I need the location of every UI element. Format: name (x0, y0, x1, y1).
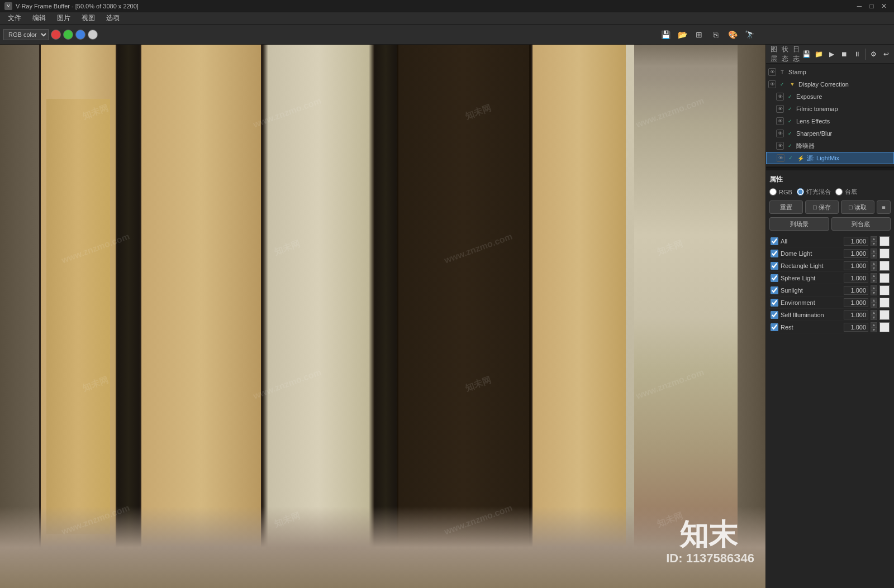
vis-icon-denoise[interactable]: 👁 (776, 142, 784, 150)
check-lm[interactable]: ✓ (787, 154, 795, 162)
light-up-sun[interactable]: ▲ (871, 285, 877, 290)
light-check-env[interactable] (771, 299, 778, 307)
panel-stop-btn[interactable]: ⏹ (839, 47, 850, 61)
light-color-rect[interactable] (879, 261, 890, 271)
load-render-button[interactable]: 📂 (675, 27, 689, 42)
region-render-button[interactable]: ⊞ (692, 27, 706, 42)
maximize-button[interactable]: □ (866, 2, 877, 11)
color-white[interactable] (88, 30, 98, 40)
panel-settings-btn[interactable]: ⚙ (868, 47, 879, 61)
panel-render-btn[interactable]: ▶ (826, 47, 838, 61)
layer-denoise[interactable]: 👁 ✓ 降噪器 (766, 140, 894, 152)
color-red[interactable] (51, 30, 61, 40)
vis-icon-lm[interactable]: 👁 (777, 154, 784, 162)
layer-lens[interactable]: 👁 ✓ Lens Effects (766, 115, 894, 127)
color-blue[interactable] (75, 30, 85, 40)
check-filmic[interactable]: ✓ (786, 105, 794, 113)
tab-layers[interactable]: 图层 (771, 45, 777, 64)
vis-icon-sharp[interactable]: 👁 (776, 130, 784, 137)
radio-studio[interactable]: 台底 (835, 188, 857, 196)
light-color-sun[interactable] (879, 285, 890, 295)
light-value-rest[interactable] (844, 323, 868, 332)
light-check-dome[interactable] (771, 250, 778, 257)
panel-load-btn[interactable]: 📁 (814, 47, 825, 61)
light-check-sphere[interactable] (771, 274, 778, 282)
radio-rgb[interactable]: RGB (769, 188, 792, 195)
light-check-self[interactable] (771, 311, 778, 319)
light-value-sun[interactable] (844, 286, 868, 295)
light-check-rest[interactable] (771, 323, 778, 331)
color-green[interactable] (63, 30, 73, 40)
close-button[interactable]: ✕ (878, 2, 890, 11)
layer-sharpen[interactable]: 👁 ✓ Sharpen/Blur (766, 127, 894, 140)
menu-image[interactable]: 图片 (51, 12, 76, 24)
light-value-all[interactable] (844, 237, 868, 246)
light-color-rest[interactable] (879, 322, 890, 332)
light-value-sphere[interactable] (844, 274, 868, 283)
more-button[interactable]: ≡ (877, 200, 891, 214)
light-down-all[interactable]: ▼ (871, 241, 877, 246)
light-check-sun[interactable] (771, 286, 778, 294)
light-value-dome[interactable] (844, 249, 868, 258)
light-down-rect[interactable]: ▼ (871, 266, 877, 271)
light-down-env[interactable]: ▼ (871, 303, 877, 308)
minimize-button[interactable]: ─ (854, 2, 865, 11)
light-up-all[interactable]: ▲ (871, 236, 877, 241)
light-value-self[interactable] (844, 310, 868, 319)
vis-icon-dc[interactable]: 👁 (768, 80, 776, 88)
reset-button[interactable]: 重置 (769, 200, 803, 214)
check-exp[interactable]: ✓ (786, 93, 794, 101)
tab-log[interactable]: 日志 (793, 45, 800, 64)
vis-icon-filmic[interactable]: 👁 (776, 105, 784, 113)
save-render-button[interactable]: 💾 (658, 27, 673, 42)
layer-stamp[interactable]: 👁 T Stamp (766, 66, 894, 78)
light-up-sphere[interactable]: ▲ (871, 273, 877, 278)
light-color-self[interactable] (879, 310, 890, 320)
to-studio-button[interactable]: 到台底 (831, 217, 891, 231)
panel-save-btn[interactable]: 💾 (801, 47, 812, 61)
light-value-rect[interactable] (844, 261, 868, 270)
panel-undo-btn[interactable]: ↩ (880, 47, 892, 61)
light-value-env[interactable] (844, 298, 868, 307)
lens-button[interactable]: 🔭 (742, 27, 757, 42)
vis-icon-stamp[interactable]: 👁 (768, 68, 776, 76)
light-color-all[interactable] (879, 236, 890, 246)
layer-lightmix[interactable]: 👁 ✓ ⚡ 源: LightMix (766, 152, 894, 164)
light-up-self[interactable]: ▲ (871, 310, 877, 315)
light-down-sphere[interactable]: ▼ (871, 278, 877, 283)
tab-status[interactable]: 状态 (782, 45, 788, 64)
layer-exposure[interactable]: 👁 ✓ Exposure (766, 90, 894, 103)
to-scene-button[interactable]: 到场景 (769, 217, 829, 231)
load-button[interactable]: □ 读取 (841, 200, 874, 214)
render-viewport[interactable]: 知未网 www.znzmo.com 知未网 www.znzmo.com www.… (0, 45, 765, 588)
radio-lightmix[interactable]: 灯光混合 (797, 188, 831, 196)
light-down-self[interactable]: ▼ (871, 315, 877, 320)
vis-icon-exp[interactable]: 👁 (776, 93, 784, 101)
menu-options[interactable]: 选项 (101, 12, 125, 24)
layer-display-correction[interactable]: 👁 ✓ ▼ Display Correction (766, 78, 894, 90)
light-down-sun[interactable]: ▼ (871, 290, 877, 295)
save-button[interactable]: □ 保存 (805, 200, 839, 214)
panel-pause-btn[interactable]: ⏸ (851, 47, 863, 61)
light-check-all[interactable] (771, 237, 778, 245)
light-color-sphere[interactable] (879, 273, 890, 283)
light-down-dome[interactable]: ▼ (871, 254, 877, 259)
check-denoise[interactable]: ✓ (786, 142, 794, 150)
check-dc[interactable]: ✓ (778, 80, 786, 88)
copy-button[interactable]: ⎘ (708, 27, 723, 42)
color-channel-select[interactable]: RGB color (3, 29, 49, 40)
layer-filmic[interactable]: 👁 ✓ Filmic tonemap (766, 103, 894, 115)
light-color-dome[interactable] (879, 248, 890, 259)
check-sharp[interactable]: ✓ (786, 130, 794, 137)
menu-view[interactable]: 视图 (76, 12, 101, 24)
menu-file[interactable]: 文件 (2, 12, 27, 24)
color-correct-button[interactable]: 🎨 (725, 27, 740, 42)
light-up-env[interactable]: ▲ (871, 298, 877, 303)
vis-icon-lens[interactable]: 👁 (776, 117, 784, 125)
menu-edit[interactable]: 编辑 (27, 12, 51, 24)
light-up-rest[interactable]: ▲ (871, 322, 877, 327)
light-up-dome[interactable]: ▲ (871, 248, 877, 254)
light-down-rest[interactable]: ▼ (871, 327, 877, 332)
check-lens[interactable]: ✓ (786, 117, 794, 125)
light-up-rect[interactable]: ▲ (871, 261, 877, 266)
